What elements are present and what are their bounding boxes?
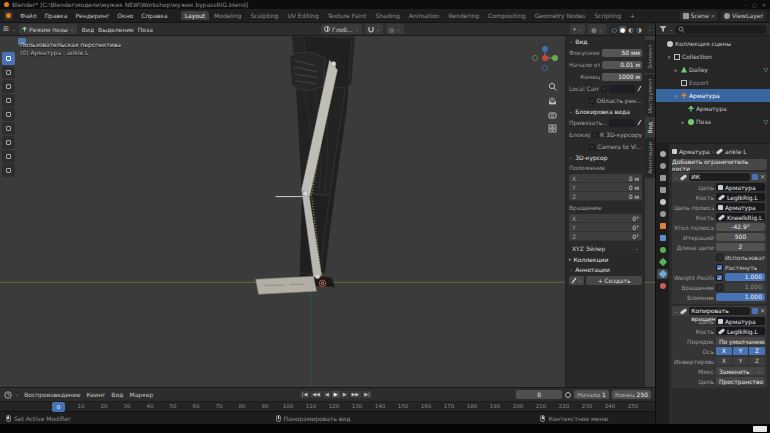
influence-slider[interactable]: 1.000 — [716, 293, 765, 301]
disclosure-icon[interactable]: ▾ — [666, 54, 672, 60]
window-close-button[interactable]: ✕ — [762, 2, 766, 8]
tab-modeling[interactable]: Modeling — [210, 11, 245, 20]
timeline-menu-вид[interactable]: Вид — [109, 391, 125, 398]
local-camera-checkbox[interactable] — [601, 86, 607, 92]
next-keyframe-button[interactable]: ▶▶ — [350, 391, 362, 398]
prev-keyframe-button[interactable]: ◀◀ — [310, 391, 322, 398]
props-tab-render[interactable] — [657, 161, 668, 171]
editor-dropdown-icon[interactable]: ⌄ — [15, 392, 19, 397]
viewport-menu-вид[interactable]: Вид — [80, 26, 96, 33]
tool-annotate[interactable] — [2, 136, 15, 149]
props-tab-world[interactable] — [657, 209, 668, 219]
weight-position-checkbox[interactable]: ✓ — [716, 274, 723, 281]
snap-dropdown[interactable]: ⌄ — [365, 24, 383, 34]
chain-length-field[interactable]: 2 — [716, 243, 765, 251]
cursor-z-field[interactable]: Z0 м — [569, 192, 642, 201]
outliner-row-export[interactable]: Export — [656, 76, 770, 89]
cursor-rx-field[interactable]: X0° — [569, 214, 642, 223]
tool-scale[interactable] — [2, 108, 15, 121]
sidebar-tab-инструмент[interactable]: Инструмент — [645, 74, 655, 117]
wireframe-shading-icon[interactable]: ○ — [611, 26, 618, 33]
timeline-menu-воспроизведение[interactable]: Воспроизведение — [22, 391, 82, 398]
props-tab-material[interactable] — [657, 281, 668, 291]
shading-dropdown-icon[interactable]: ⌄ — [648, 27, 652, 32]
editor-type-icon[interactable]: ⊞ — [3, 25, 9, 33]
add-bone-constraint-button[interactable]: Добавить ограничитель кости — [672, 159, 767, 170]
props-tab-scene[interactable] — [657, 197, 668, 207]
blender-menu-icon[interactable] — [4, 11, 13, 20]
play-button[interactable]: ▶ — [332, 391, 340, 398]
tab-sculpting[interactable]: Sculpting — [246, 11, 282, 20]
view-lock-section-header[interactable]: ⌄Блокировка вида — [569, 108, 642, 115]
props-tab-bone[interactable] — [657, 257, 668, 267]
weight-position-slider[interactable]: 1.000 — [725, 273, 765, 281]
window-maximize-button[interactable]: ▢ — [752, 2, 757, 8]
tool-rotate[interactable] — [2, 94, 15, 107]
render-region-checkbox[interactable] — [589, 98, 595, 104]
axis-x-toggle[interactable]: X — [716, 347, 732, 355]
ik-bone-field[interactable]: LegIkRig.L — [716, 193, 765, 201]
jump-to-end-button[interactable]: ▶| — [362, 391, 372, 398]
sidebar-tab-аннотации[interactable]: Аннотации — [645, 138, 655, 178]
constraint-name-field[interactable]: Копировать вращение — [689, 307, 750, 315]
rotation-mode-dropdown[interactable]: XYZ Эйлер⌄ — [569, 244, 642, 253]
disclosure-icon[interactable]: ▸ — [680, 119, 686, 125]
outliner-search-input[interactable] — [675, 25, 767, 34]
viewport-3d[interactable]: Пользовательская перспектива (0) Арматур… — [0, 36, 655, 387]
proportional-edit-dropdown[interactable]: ◎⌄ — [386, 24, 403, 34]
clip-start-field[interactable]: 0.01 м — [602, 61, 642, 69]
lock-to-cursor-checkbox[interactable] — [592, 132, 598, 138]
ik-pole-target-field[interactable]: Арматура — [716, 203, 765, 211]
window-minimize-button[interactable]: – — [745, 2, 748, 8]
cr-bone-field[interactable]: LegIkRig.L — [716, 327, 765, 335]
menu-рендеринг[interactable]: Рендеринг — [71, 12, 113, 19]
focal-length-field[interactable]: 50 мм — [602, 49, 642, 57]
view-section-header[interactable]: ⌄Вид — [569, 38, 642, 45]
lock-to-object-field[interactable] — [609, 119, 635, 127]
cursor-section-header[interactable]: ⌄3D-курсор — [569, 154, 642, 161]
outliner-row-dailey[interactable]: ▸Dailey▽ — [656, 63, 770, 76]
tool-move[interactable] — [2, 80, 15, 93]
collapse-icon[interactable]: ⌄ — [674, 175, 678, 180]
constraint-delete-button[interactable]: ✕ — [760, 174, 765, 180]
playhead[interactable]: 0 — [52, 402, 65, 412]
solid-shading-icon[interactable]: ● — [619, 26, 626, 33]
frame-start-field[interactable]: Начало1 — [574, 390, 609, 399]
timeline-menu-маркер[interactable]: Маркер — [127, 391, 155, 398]
timeline-menu-кеинг[interactable]: Кеинг — [84, 391, 107, 398]
invert-y-toggle[interactable]: Y — [733, 357, 749, 365]
sidebar-tab-элемент[interactable]: Элемент — [645, 40, 655, 73]
viewport-menu-выделение[interactable]: Выделение — [96, 26, 136, 33]
outliner-row-collection[interactable]: ▾Collection — [656, 50, 770, 63]
tool-measure[interactable] — [2, 150, 15, 163]
outliner-row-коллекция-сцены[interactable]: Коллекция сцены — [656, 37, 770, 50]
outliner-row-арматура[interactable]: ▾Арматура — [656, 89, 770, 102]
cursor-rz-field[interactable]: Z0° — [569, 232, 642, 241]
props-tab-output[interactable] — [657, 173, 668, 183]
tab-shading[interactable]: Shading — [371, 11, 403, 20]
cursor-ry-field[interactable]: Y0° — [569, 223, 642, 232]
tool-cursor[interactable] — [2, 66, 15, 79]
ortho-grid-icon[interactable] — [548, 124, 557, 133]
mix-dropdown[interactable]: Заменить⌄ — [716, 367, 765, 375]
annotation-new-button[interactable]: + Создать — [586, 276, 642, 285]
props-tab-modifiers[interactable] — [657, 233, 668, 243]
ik-pole-bone-field[interactable]: KneeIkRig.L — [716, 213, 765, 221]
camera-to-view-checkbox[interactable] — [589, 144, 595, 150]
outliner-display-dropdown[interactable]: ⌄ — [669, 27, 673, 32]
tool-tweak-select[interactable] — [2, 52, 15, 65]
tab-geometry-nodes[interactable]: Geometry Nodes — [531, 11, 590, 20]
clock-icon[interactable] — [4, 391, 12, 399]
collections-section-header[interactable]: ▸Коллекции — [569, 256, 642, 263]
menu-справка[interactable]: Справка — [137, 12, 171, 19]
constraint-delete-button[interactable]: ✕ — [760, 308, 765, 314]
cr-target-field[interactable]: Арматура — [716, 317, 765, 325]
eyedropper-icon[interactable] — [637, 119, 642, 126]
props-tab-view-layer[interactable] — [657, 185, 668, 195]
pole-angle-field[interactable]: -42.9° — [716, 223, 765, 231]
mode-dropdown[interactable]: Режим позы ⌄ — [19, 24, 77, 34]
play-reverse-button[interactable]: ◀ — [323, 391, 331, 398]
zoom-icon[interactable] — [548, 82, 557, 91]
order-dropdown[interactable]: По умолчанию⌄ — [716, 337, 765, 345]
view-layer-selector[interactable]: ViewLayer — [721, 11, 766, 21]
